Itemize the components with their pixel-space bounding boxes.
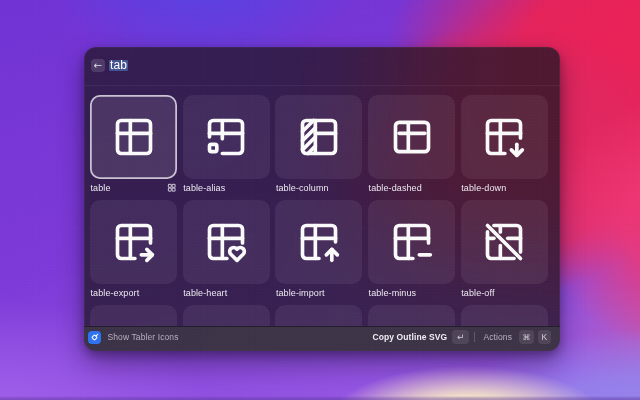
grid-item-table-heart[interactable]: table-heart: [183, 200, 270, 305]
grid-item-label: table-off: [461, 288, 494, 298]
grid-item-label: table-column: [276, 183, 329, 193]
grid-item-table-dashed[interactable]: table-dashed: [368, 95, 455, 200]
return-keycap: ↵: [452, 330, 469, 344]
grid-item-caption: table-alias: [183, 179, 270, 200]
table-alias-icon: [204, 115, 248, 159]
grid-cell[interactable]: [90, 95, 177, 179]
grid-item-label: table-dashed: [369, 183, 422, 193]
grid-cell[interactable]: [90, 200, 177, 284]
partial-cell: [275, 305, 362, 326]
grid-item-caption: table-import: [275, 284, 362, 305]
grid-item-label: table-heart: [183, 288, 227, 298]
primary-action-button[interactable]: Copy Outline SVG: [372, 332, 447, 342]
grid-item-partial[interactable]: [90, 305, 177, 326]
grid-item-table-import[interactable]: table-import: [275, 200, 362, 305]
grid-item-label: table-down: [461, 183, 506, 193]
table-import-icon: [297, 220, 341, 264]
grid-item-caption: table-export: [90, 284, 177, 305]
grid-item-table-down[interactable]: table-down: [461, 95, 548, 200]
k-keycap: K: [538, 330, 552, 344]
partial-cell: [90, 305, 177, 326]
grid-item-caption: table-dashed: [368, 179, 455, 200]
grid-item-caption: table-minus: [368, 284, 455, 305]
grid-2x2-icon: [167, 183, 177, 193]
table-export-icon: [112, 220, 156, 264]
grid-item-table-export[interactable]: table-export: [90, 200, 177, 305]
grid-cell[interactable]: [368, 95, 455, 179]
partial-cell: [368, 305, 455, 326]
grid-item-label: table-export: [91, 288, 140, 298]
search-input[interactable]: tab: [109, 60, 129, 72]
icon-grid: tabletable-aliastable-columntable-dashed…: [90, 95, 548, 326]
back-button[interactable]: ←: [91, 59, 106, 73]
table-column-icon: [297, 115, 341, 159]
grid-cell[interactable]: [275, 200, 362, 284]
footer-divider: [474, 332, 475, 342]
table-heart-icon: [204, 220, 248, 264]
back-arrow-icon: ←: [94, 61, 102, 71]
search-bar: ← tab: [84, 47, 560, 86]
results-area: tabletable-aliastable-columntable-dashed…: [84, 87, 560, 327]
grid-2x2-icon: [167, 183, 177, 193]
grid-item-caption: table-column: [275, 179, 362, 200]
grid-item-table-alias[interactable]: table-alias: [183, 95, 270, 200]
table-down-icon: [482, 115, 526, 159]
grid-item-caption: table: [90, 179, 177, 200]
grid-item-table-minus[interactable]: table-minus: [368, 200, 455, 305]
grid-item-caption: table-off: [461, 284, 548, 305]
grid-cell[interactable]: [275, 95, 362, 179]
partial-cell: [183, 305, 270, 326]
grid-cell[interactable]: [183, 200, 270, 284]
grid-item-label: table: [91, 183, 111, 193]
grid-item-label: table-alias: [183, 183, 225, 193]
table-minus-icon: [390, 220, 434, 264]
grid-item-caption: table-down: [461, 179, 548, 200]
grid-item-label: table-minus: [369, 288, 417, 298]
table-off-icon: [482, 220, 526, 264]
tabler-logo-mark-icon: [90, 333, 99, 342]
grid-item-table-off[interactable]: table-off: [461, 200, 548, 305]
grid-cell[interactable]: [183, 95, 270, 179]
grid-item-partial[interactable]: [275, 305, 362, 326]
cmd-keycap: ⌘: [519, 330, 534, 344]
table-icon: [112, 115, 156, 159]
action-bar: Show Tabler Icons Copy Outline SVG ↵ Act…: [84, 326, 560, 351]
grid-item-caption: table-heart: [183, 284, 270, 305]
grid-cell[interactable]: [461, 200, 548, 284]
grid-cell[interactable]: [368, 200, 455, 284]
grid-cell[interactable]: [461, 95, 548, 179]
actions-button[interactable]: Actions: [483, 332, 512, 342]
command-title: Show Tabler Icons: [108, 332, 179, 342]
partial-cell: [461, 305, 548, 326]
raycast-window: ← tab tabletable-aliastable-columntable-…: [84, 47, 560, 351]
grid-item-partial[interactable]: [368, 305, 455, 326]
grid-item-table[interactable]: table: [90, 95, 177, 200]
tabler-logo-icon: [88, 331, 101, 344]
grid-item-partial[interactable]: [183, 305, 270, 326]
grid-item-label: table-import: [276, 288, 325, 298]
table-dashed-icon: [390, 115, 434, 159]
grid-item-table-column[interactable]: table-column: [275, 95, 362, 200]
grid-item-partial[interactable]: [461, 305, 548, 326]
